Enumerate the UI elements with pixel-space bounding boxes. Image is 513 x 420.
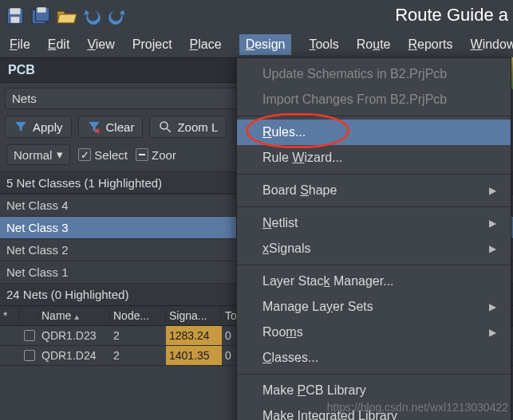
- mode-label: Normal: [14, 148, 52, 162]
- net-name: QDR1.D24: [38, 346, 110, 365]
- menu-layer-stack[interactable]: Layer Stack Manager...: [237, 269, 511, 294]
- net-node: 2: [110, 346, 166, 365]
- design-menu: Update Schematics in B2.PrjPcb Import Ch…: [236, 57, 511, 420]
- nets-dropdown-label: Nets: [12, 92, 37, 105]
- menu-edit[interactable]: Edit: [48, 37, 70, 52]
- submenu-arrow-icon: ▶: [489, 327, 496, 338]
- menu-netlist[interactable]: Netlist▶: [237, 210, 511, 236]
- submenu-arrow-icon: ▶: [489, 218, 496, 229]
- row-checkbox[interactable]: [24, 330, 35, 341]
- menu-route[interactable]: Route: [357, 37, 391, 52]
- menu-separator: [237, 265, 511, 265]
- sort-asc-icon: ▲: [73, 312, 81, 321]
- save-all-icon[interactable]: [29, 4, 53, 28]
- mode-dropdown[interactable]: Normal ▾: [6, 144, 70, 165]
- zoom-level-label: Zoom L: [177, 120, 218, 134]
- undo-icon[interactable]: [80, 4, 104, 28]
- svg-rect-1: [10, 8, 21, 14]
- svg-rect-2: [11, 17, 20, 23]
- save-icon[interactable]: [3, 4, 27, 28]
- menu-view[interactable]: View: [87, 37, 114, 52]
- dash-icon: [136, 148, 148, 161]
- menu-window[interactable]: Window: [471, 37, 513, 52]
- zoom-checkbox[interactable]: Zoor: [136, 148, 176, 162]
- open-folder-icon[interactable]: [54, 4, 78, 28]
- menu-reports[interactable]: Reports: [408, 37, 453, 52]
- apply-label: Apply: [33, 120, 63, 134]
- col-signal[interactable]: Signa...: [166, 306, 222, 325]
- col-name[interactable]: Name▲: [38, 306, 110, 325]
- col-star[interactable]: *: [0, 306, 19, 325]
- menu-project[interactable]: Project: [132, 37, 172, 52]
- zoom-level-button[interactable]: Zoom L: [149, 116, 227, 138]
- menu-rule-wizard[interactable]: Rule Wizard...: [237, 145, 511, 171]
- menu-classes[interactable]: Classes...: [237, 345, 511, 371]
- window-title: Route Guide a: [395, 5, 508, 26]
- menu-separator: [237, 116, 511, 116]
- submenu-arrow-icon: ▶: [489, 243, 496, 254]
- check-icon: [78, 148, 91, 161]
- select-checkbox[interactable]: Select: [78, 148, 128, 162]
- submenu-arrow-icon: ▶: [489, 185, 496, 196]
- funnel-clear-icon: [87, 120, 101, 134]
- clear-button[interactable]: Clear: [78, 116, 144, 138]
- menu-make-pcb-lib[interactable]: Make PCB Library: [237, 378, 511, 403]
- menu-file[interactable]: File: [10, 37, 30, 52]
- redo-icon[interactable]: [105, 4, 129, 28]
- clear-label: Clear: [106, 120, 135, 134]
- menu-place[interactable]: Place: [190, 37, 222, 52]
- menu-separator: [237, 374, 511, 375]
- net-signal: 1283.24: [166, 326, 222, 345]
- zoom-check-label: Zoor: [152, 148, 176, 162]
- svg-rect-5: [37, 7, 46, 13]
- menu-design[interactable]: Design: [239, 34, 292, 55]
- apply-button[interactable]: Apply: [5, 116, 72, 138]
- net-name: QDR1.D23: [38, 326, 110, 345]
- chevron-down-icon: ▾: [57, 147, 63, 162]
- net-signal: 1401.35: [166, 346, 222, 365]
- menu-rules[interactable]: Rules...: [237, 120, 511, 145]
- menu-tools[interactable]: Tools: [309, 37, 338, 52]
- watermark: https://blog.csdn.net/wxl1213030422: [327, 401, 508, 414]
- funnel-icon: [14, 120, 28, 134]
- menu-separator: [237, 174, 511, 175]
- submenu-arrow-icon: ▶: [489, 301, 496, 312]
- net-node: 2: [110, 326, 166, 345]
- menu-import-changes[interactable]: Import Changes From B2.PrjPcb: [237, 87, 511, 112]
- select-label: Select: [94, 148, 128, 162]
- col-check[interactable]: [19, 312, 38, 319]
- col-node[interactable]: Node...: [110, 306, 166, 325]
- menu-layer-sets[interactable]: Manage Layer Sets▶: [237, 294, 511, 320]
- svg-point-6: [160, 122, 168, 129]
- menu-board-shape[interactable]: Board Shape▶: [237, 178, 511, 203]
- menu-rooms[interactable]: Rooms▶: [237, 320, 511, 345]
- menu-xsignals[interactable]: xSignals▶: [237, 236, 511, 261]
- magnifier-icon: [158, 120, 172, 134]
- menu-update-schematics[interactable]: Update Schematics in B2.PrjPcb: [237, 61, 511, 87]
- menu-separator: [237, 206, 511, 207]
- menu-bar: File Edit View Project Place Design Tool…: [0, 32, 513, 57]
- row-checkbox[interactable]: [24, 350, 35, 361]
